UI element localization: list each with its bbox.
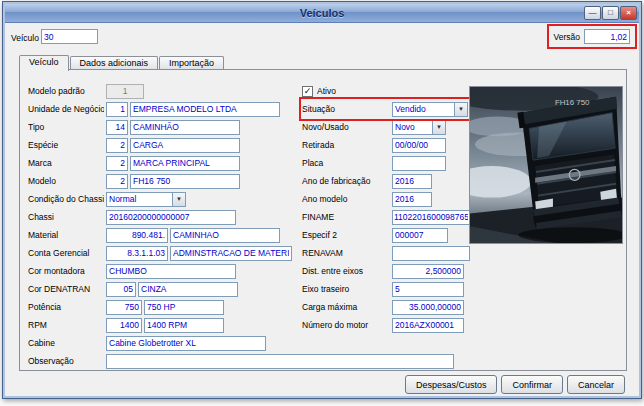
finame-label: FINAME [302,212,390,222]
conta-gerencial-desc-input[interactable] [170,246,292,261]
field-cabine: Cabine [28,334,474,352]
right-field-column: ✓ Ativo Situação Vendido ▼ Novo/Usado No… [302,82,478,334]
modelo-padrao-input [106,84,144,99]
modelo-desc-input[interactable] [130,174,240,189]
tipo-desc-input[interactable] [130,120,240,135]
versao-input[interactable] [584,29,630,44]
ano-modelo-input[interactable] [392,192,432,207]
retirada-input[interactable] [392,138,446,153]
unidade-negocio-desc-input[interactable] [130,102,280,117]
especif2-input[interactable] [392,228,448,243]
field-dist-entre-eixos: Dist. entre eixos [302,262,478,280]
despesas-custos-button[interactable]: Despesas/Custos [405,375,498,394]
tab-bar: Veículo Dados adicionais Importação [19,55,225,70]
renavam-input[interactable] [392,246,470,261]
material-desc-input[interactable] [170,228,280,243]
field-novo-usado: Novo/Usado Novo ▼ [302,118,478,136]
check-icon: ✓ [304,87,312,96]
carga-maxima-input[interactable] [392,300,464,315]
potencia-label: Potência [28,302,104,312]
veiculo-number-input[interactable] [41,29,98,44]
cor-denatran-desc-input[interactable] [138,282,238,297]
situacao-label: Situação [302,104,390,114]
minimize-button[interactable]: — [584,6,601,20]
rpm-desc-input[interactable] [144,318,224,333]
close-button[interactable]: × [620,6,637,20]
titlebar[interactable]: Veículos — □ × [5,4,639,23]
tipo-code-input[interactable] [106,120,128,135]
chevron-down-icon[interactable]: ▼ [172,193,185,206]
chassi-label: Chassi [28,212,104,222]
especie-desc-input[interactable] [130,138,240,153]
field-situacao: Situação Vendido ▼ [302,100,478,118]
chevron-down-icon[interactable]: ▼ [432,121,445,134]
cabine-label: Cabine [28,338,104,348]
condicao-chassi-select[interactable]: Normal ▼ [106,192,186,207]
material-code-input[interactable] [106,228,168,243]
modelo-code-input[interactable] [106,174,128,189]
field-carga-maxima: Carga máxima [302,298,478,316]
renavam-label: RENAVAM [302,248,390,258]
truck-model-badge: FH16 750 [555,98,590,107]
conta-gerencial-code-input[interactable] [106,246,168,261]
especie-code-input[interactable] [106,138,128,153]
condicao-chassi-value: Normal [107,193,172,206]
marca-code-input[interactable] [106,156,128,171]
veiculos-window: Veículos — □ × Veículo Versão Veículo Da… [2,1,642,399]
maximize-button[interactable]: □ [602,6,619,20]
novo-usado-label: Novo/Usado [302,122,390,132]
window-title: Veículos [5,7,639,19]
potencia-desc-input[interactable] [144,300,224,315]
especie-label: Espécie [28,140,104,150]
chassi-input[interactable] [106,210,236,225]
ativo-checkbox[interactable]: ✓ [302,86,313,97]
field-eixo-traseiro: Eixo traseiro [302,280,478,298]
marca-desc-input[interactable] [130,156,240,171]
tab-dados-adicionais[interactable]: Dados adicionais [70,56,159,70]
field-ativo: ✓ Ativo [302,82,478,100]
cor-montadora-input[interactable] [106,264,236,279]
tab-importacao[interactable]: Importação [159,56,224,70]
finame-input[interactable] [392,210,470,225]
novo-usado-select[interactable]: Novo ▼ [392,120,446,135]
placa-input[interactable] [392,156,446,171]
rpm-code-input[interactable] [106,318,142,333]
modelo-label: Modelo [28,176,104,186]
footer-button-bar: Despesas/Custos Confirmar Cancelar [405,375,625,394]
condicao-chassi-label: Condição do Chassi [28,194,104,204]
field-placa: Placa [302,154,478,172]
window-controls: — □ × [584,6,637,20]
carga-maxima-label: Carga máxima [302,302,390,312]
field-numero-motor: Número do motor [302,316,478,334]
cor-denatran-label: Cor DENATRAN [28,284,104,294]
cancelar-button[interactable]: Cancelar [567,375,625,394]
observacao-input[interactable] [106,354,454,369]
ano-fabricacao-label: Ano de fabricação [302,176,390,186]
vehicle-photo: FH16 750 [469,86,623,244]
situacao-value: Vendido [393,103,454,116]
especif2-label: Especif 2 [302,230,390,240]
chevron-down-icon[interactable]: ▼ [454,103,467,116]
cabine-input[interactable] [106,336,266,351]
potencia-code-input[interactable] [106,300,142,315]
observacao-label: Observação [28,356,104,366]
ano-fabricacao-input[interactable] [392,174,432,189]
dist-entre-eixos-label: Dist. entre eixos [302,266,390,276]
tab-veiculo[interactable]: Veículo [19,55,69,71]
numero-motor-label: Número do motor [302,320,390,330]
situacao-select[interactable]: Vendido ▼ [392,102,468,117]
numero-motor-input[interactable] [392,318,464,333]
marca-label: Marca [28,158,104,168]
ativo-label: Ativo [317,86,336,96]
cor-denatran-code-input[interactable] [106,282,136,297]
eixo-traseiro-label: Eixo traseiro [302,284,390,294]
confirmar-button[interactable]: Confirmar [501,375,563,394]
cor-montadora-label: Cor montadora [28,266,104,276]
dist-entre-eixos-input[interactable] [392,264,464,279]
ano-modelo-label: Ano modelo [302,194,390,204]
field-renavam: RENAVAM [302,244,478,262]
eixo-traseiro-input[interactable] [392,282,464,297]
unidade-negocio-code-input[interactable] [106,102,128,117]
field-ano-modelo: Ano modelo [302,190,478,208]
material-label: Material [28,230,104,240]
